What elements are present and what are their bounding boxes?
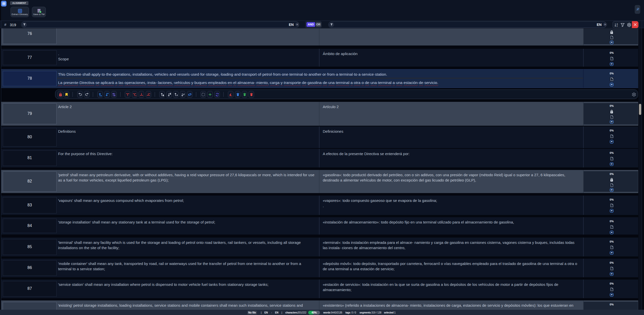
svg-text:Z: Z: [617, 25, 618, 27]
svg-text:A: A: [617, 23, 618, 25]
